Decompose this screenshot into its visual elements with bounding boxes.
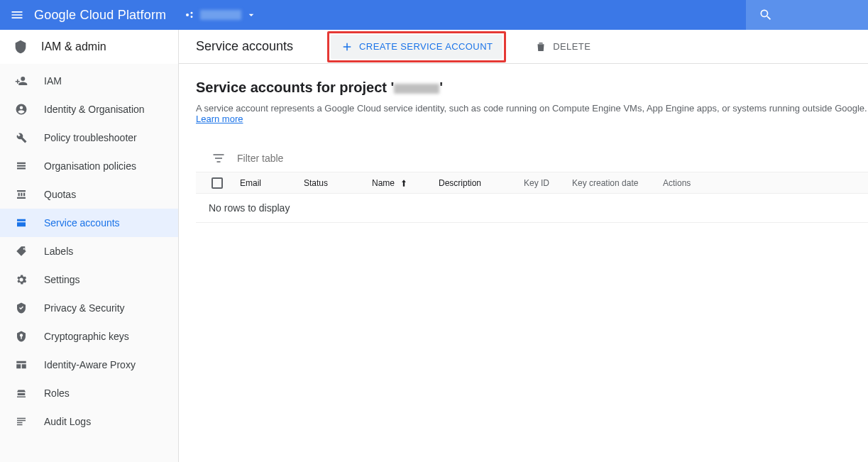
sidebar-item-identity-organisation[interactable]: Identity & Organisation	[0, 95, 178, 123]
sidebar-item-label: Service accounts	[44, 217, 120, 229]
wrench-icon	[14, 131, 28, 145]
sidebar-item-label: Organisation policies	[44, 160, 136, 172]
sidebar-item-label: Privacy & Security	[44, 302, 125, 314]
sidebar-item-roles[interactable]: Roles	[0, 379, 178, 407]
sidebar-item-organisation-policies[interactable]: Organisation policies	[0, 152, 178, 180]
search-icon	[759, 8, 773, 22]
sidebar-item-settings[interactable]: Settings	[0, 265, 178, 294]
col-name-label: Name	[372, 178, 395, 188]
col-actions[interactable]: Actions	[663, 178, 713, 188]
col-name[interactable]: Name	[372, 178, 439, 188]
col-key-id[interactable]: Key ID	[524, 178, 572, 188]
chevron-down-icon	[246, 9, 257, 21]
roles-icon	[14, 386, 28, 400]
sidebar-item-label: Identity & Organisation	[44, 104, 145, 115]
main-content: Service accounts CREATE SERVICE ACCOUNT …	[179, 30, 868, 462]
sidebar-item-label: Labels	[44, 246, 73, 257]
learn-more-link[interactable]: Learn more	[196, 114, 243, 124]
col-key-date[interactable]: Key creation date	[572, 178, 663, 188]
tag-icon	[14, 244, 28, 258]
page-title: Service accounts	[196, 39, 293, 54]
delete-button[interactable]: DELETE	[524, 35, 600, 59]
create-button-label: CREATE SERVICE ACCOUNT	[359, 41, 493, 52]
heading-suffix: '	[439, 79, 443, 95]
create-service-account-button[interactable]: CREATE SERVICE ACCOUNT	[331, 35, 502, 59]
svg-point-2	[191, 16, 193, 18]
account-circle-icon	[14, 102, 28, 116]
sidebar-item-label: Identity-Aware Proxy	[44, 359, 136, 370]
filter-icon	[211, 151, 226, 165]
gear-icon	[14, 273, 28, 287]
sidebar-item-identity-aware-proxy[interactable]: Identity-Aware Proxy	[0, 351, 178, 379]
sidebar-header: IAM & admin	[0, 30, 178, 64]
toolbar: Service accounts CREATE SERVICE ACCOUNT …	[179, 30, 868, 64]
sidebar-section-title: IAM & admin	[41, 40, 106, 53]
table-header: Email Status Name Description Key ID Key…	[196, 172, 868, 194]
sidebar-item-cryptographic-keys[interactable]: Cryptographic keys	[0, 322, 178, 351]
col-email[interactable]: Email	[240, 178, 304, 188]
sidebar-item-label: Roles	[44, 387, 70, 399]
filter-row	[196, 144, 868, 172]
sidebar-item-label: Quotas	[44, 189, 76, 200]
sidebar-item-label: Cryptographic keys	[44, 331, 129, 342]
hamburger-icon	[10, 8, 24, 22]
sidebar-item-iam[interactable]: IAM	[0, 67, 178, 95]
menu-button[interactable]	[0, 0, 34, 30]
sort-asc-icon	[399, 178, 409, 188]
sidebar-item-label: Settings	[44, 274, 80, 285]
project-icon	[185, 9, 196, 21]
sidebar-item-privacy-security[interactable]: Privacy & Security	[0, 294, 178, 322]
person-add-icon	[14, 74, 28, 88]
audit-icon	[14, 414, 28, 429]
heading-prefix: Service accounts for project '	[196, 79, 394, 95]
select-all-checkbox[interactable]	[211, 177, 223, 189]
service-account-icon	[14, 216, 28, 230]
project-name-redacted-heading	[394, 84, 439, 94]
sidebar-item-label: Audit Logs	[44, 416, 91, 427]
page-heading: Service accounts for project ''	[196, 79, 868, 96]
sidebar-item-label: IAM	[44, 75, 62, 87]
shield-check-icon	[14, 301, 28, 315]
sidebar-item-audit-logs[interactable]: Audit Logs	[0, 407, 178, 436]
sidebar-item-policy-troubleshooter[interactable]: Policy troubleshooter	[0, 123, 178, 152]
shield-key-icon	[14, 329, 28, 343]
project-picker[interactable]	[179, 6, 263, 23]
sidebar-item-label: Policy troubleshooter	[44, 132, 137, 143]
project-name-redacted	[200, 10, 241, 20]
trash-icon	[534, 40, 547, 53]
sidebar-item-quotas[interactable]: Quotas	[0, 180, 178, 209]
description-text: A service account represents a Google Cl…	[196, 103, 867, 114]
iap-icon	[14, 358, 28, 372]
brand-title: Google Cloud Platform	[34, 8, 166, 23]
search-box[interactable]	[746, 0, 868, 30]
top-bar: Google Cloud Platform	[0, 0, 868, 30]
filter-input[interactable]	[237, 153, 436, 164]
sidebar-item-service-accounts[interactable]: Service accounts	[0, 209, 178, 237]
svg-point-1	[191, 12, 193, 14]
page-description: A service account represents a Google Cl…	[196, 103, 868, 124]
delete-button-label: DELETE	[553, 41, 590, 52]
empty-state: No rows to display	[196, 194, 868, 223]
annotation-highlight: CREATE SERVICE ACCOUNT	[327, 31, 506, 62]
quota-icon	[14, 187, 28, 202]
sidebar-item-labels[interactable]: Labels	[0, 237, 178, 265]
shield-icon	[13, 39, 28, 55]
svg-point-0	[186, 13, 189, 16]
col-description[interactable]: Description	[439, 178, 524, 188]
plus-icon	[341, 40, 353, 53]
sidebar: IAM & admin IAMIdentity & OrganisationPo…	[0, 30, 179, 462]
col-status[interactable]: Status	[304, 178, 372, 188]
list-icon	[14, 159, 28, 173]
